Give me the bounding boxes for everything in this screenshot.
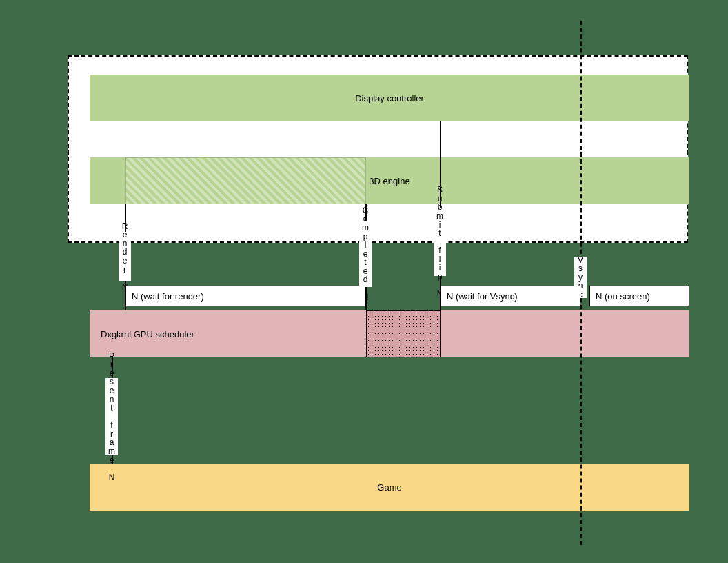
state-wait-vsync: N (wait for Vsync) — [441, 286, 580, 306]
3d-engine-render-region — [125, 157, 366, 204]
display-controller-label: Display controller — [355, 93, 424, 103]
state-wait-vsync-text: N (wait for Vsync) — [447, 291, 518, 302]
submit-flip-label: Submit flip N — [434, 208, 446, 276]
diagram-canvas: Display controller 3D engine Dxgkrnl GPU… — [0, 0, 728, 563]
display-controller-bar: Display controller — [90, 75, 689, 121]
completed-n-label: Completed N — [359, 221, 372, 287]
scheduler-label: Dxgkrnl GPU scheduler — [101, 329, 194, 339]
render-n-label: Render N — [119, 232, 131, 282]
state-wait-render-text: N (wait for render) — [132, 291, 204, 302]
state-wait-render: N (wait for render) — [125, 286, 365, 306]
game-bar: Game — [90, 464, 689, 511]
state-on-screen: N (on screen) — [589, 286, 689, 306]
scheduler-busy-region — [366, 310, 441, 357]
state-on-screen-text: N (on screen) — [596, 291, 650, 302]
present-frame-label: Present frame N — [105, 378, 118, 455]
3d-engine-label: 3D engine — [369, 176, 410, 186]
game-label: Game — [377, 482, 401, 493]
